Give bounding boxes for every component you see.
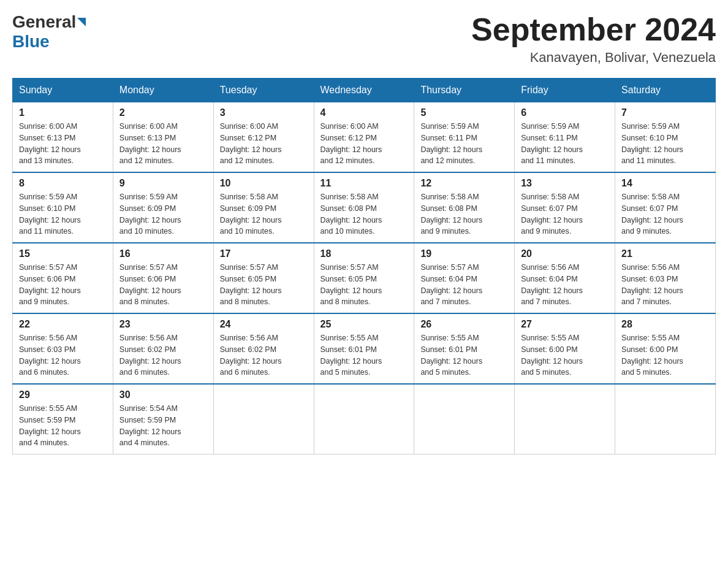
day-number: 2 [119, 107, 207, 118]
calendar-cell: 4 Sunrise: 6:00 AM Sunset: 6:12 PM Dayli… [314, 102, 414, 173]
day-number: 3 [220, 107, 308, 118]
header-thursday: Thursday [414, 79, 515, 102]
calendar-cell: 10 Sunrise: 5:58 AM Sunset: 6:09 PM Dayl… [213, 172, 314, 243]
day-number: 15 [19, 248, 107, 259]
day-info: Sunrise: 5:58 AM Sunset: 6:08 PM Dayligh… [320, 191, 408, 237]
day-number: 11 [320, 178, 408, 189]
calendar-cell: 3 Sunrise: 6:00 AM Sunset: 6:12 PM Dayli… [213, 102, 314, 173]
calendar-cell: 9 Sunrise: 5:59 AM Sunset: 6:09 PM Dayli… [113, 172, 213, 243]
calendar-cell: 21 Sunrise: 5:56 AM Sunset: 6:03 PM Dayl… [615, 243, 716, 313]
calendar-cell: 6 Sunrise: 5:59 AM Sunset: 6:11 PM Dayli… [515, 102, 615, 173]
day-number: 13 [521, 178, 609, 189]
calendar-cell: 18 Sunrise: 5:57 AM Sunset: 6:05 PM Dayl… [314, 243, 414, 313]
day-info: Sunrise: 5:54 AM Sunset: 5:59 PM Dayligh… [119, 403, 207, 449]
calendar-cell: 13 Sunrise: 5:58 AM Sunset: 6:07 PM Dayl… [515, 172, 615, 243]
day-info: Sunrise: 5:56 AM Sunset: 6:02 PM Dayligh… [220, 332, 308, 378]
header-friday: Friday [515, 79, 615, 102]
calendar-cell: 2 Sunrise: 6:00 AM Sunset: 6:13 PM Dayli… [113, 102, 213, 173]
calendar-cell: 22 Sunrise: 5:56 AM Sunset: 6:03 PM Dayl… [13, 313, 113, 384]
day-info: Sunrise: 5:57 AM Sunset: 6:06 PM Dayligh… [19, 262, 107, 308]
day-number: 5 [420, 107, 508, 118]
day-number: 22 [19, 319, 107, 330]
day-info: Sunrise: 5:55 AM Sunset: 5:59 PM Dayligh… [19, 403, 107, 449]
day-number: 17 [220, 248, 308, 259]
day-number: 16 [119, 248, 207, 259]
day-info: Sunrise: 5:58 AM Sunset: 6:09 PM Dayligh… [220, 191, 308, 237]
day-info: Sunrise: 5:56 AM Sunset: 6:03 PM Dayligh… [19, 332, 107, 378]
day-number: 8 [19, 178, 107, 189]
logo-general-text: General [12, 12, 76, 32]
calendar-cell: 16 Sunrise: 5:57 AM Sunset: 6:06 PM Dayl… [113, 243, 213, 313]
day-info: Sunrise: 6:00 AM Sunset: 6:12 PM Dayligh… [320, 121, 408, 167]
day-info: Sunrise: 5:55 AM Sunset: 6:00 PM Dayligh… [521, 332, 609, 378]
calendar-cell: 1 Sunrise: 6:00 AM Sunset: 6:13 PM Dayli… [13, 102, 113, 173]
header-tuesday: Tuesday [213, 79, 314, 102]
calendar-cell: 26 Sunrise: 5:55 AM Sunset: 6:01 PM Dayl… [414, 313, 515, 384]
day-info: Sunrise: 5:59 AM Sunset: 6:11 PM Dayligh… [521, 121, 609, 167]
day-info: Sunrise: 6:00 AM Sunset: 6:13 PM Dayligh… [119, 121, 207, 167]
calendar-cell: 24 Sunrise: 5:56 AM Sunset: 6:02 PM Dayl… [213, 313, 314, 384]
logo-blue-text: Blue [12, 32, 50, 51]
day-number: 25 [320, 319, 408, 330]
calendar-cell [515, 384, 615, 454]
calendar-cell: 15 Sunrise: 5:57 AM Sunset: 6:06 PM Dayl… [13, 243, 113, 313]
day-info: Sunrise: 5:56 AM Sunset: 6:03 PM Dayligh… [621, 262, 709, 308]
day-number: 30 [119, 389, 207, 400]
header-monday: Monday [113, 79, 213, 102]
calendar-week-1: 1 Sunrise: 6:00 AM Sunset: 6:13 PM Dayli… [13, 102, 716, 173]
calendar-table: Sunday Monday Tuesday Wednesday Thursday… [12, 78, 716, 454]
day-number: 9 [119, 178, 207, 189]
calendar-cell: 30 Sunrise: 5:54 AM Sunset: 5:59 PM Dayl… [113, 384, 213, 454]
title-section: September 2024 Kanavayen, Bolivar, Venez… [471, 12, 716, 66]
header-saturday: Saturday [615, 79, 716, 102]
day-info: Sunrise: 5:56 AM Sunset: 6:04 PM Dayligh… [521, 262, 609, 308]
day-info: Sunrise: 5:57 AM Sunset: 6:05 PM Dayligh… [320, 262, 408, 308]
page-header: General Blue September 2024 Kanavayen, B… [12, 12, 716, 66]
day-info: Sunrise: 5:58 AM Sunset: 6:07 PM Dayligh… [521, 191, 609, 237]
calendar-cell: 8 Sunrise: 5:59 AM Sunset: 6:10 PM Dayli… [13, 172, 113, 243]
calendar-cell: 11 Sunrise: 5:58 AM Sunset: 6:08 PM Dayl… [314, 172, 414, 243]
day-info: Sunrise: 5:56 AM Sunset: 6:02 PM Dayligh… [119, 332, 207, 378]
day-info: Sunrise: 5:55 AM Sunset: 6:01 PM Dayligh… [420, 332, 508, 378]
day-number: 4 [320, 107, 408, 118]
day-number: 20 [521, 248, 609, 259]
day-info: Sunrise: 5:57 AM Sunset: 6:05 PM Dayligh… [220, 262, 308, 308]
day-number: 14 [621, 178, 709, 189]
calendar-week-4: 22 Sunrise: 5:56 AM Sunset: 6:03 PM Dayl… [13, 313, 716, 384]
day-info: Sunrise: 5:55 AM Sunset: 6:01 PM Dayligh… [320, 332, 408, 378]
calendar-cell: 19 Sunrise: 5:57 AM Sunset: 6:04 PM Dayl… [414, 243, 515, 313]
calendar-cell: 27 Sunrise: 5:55 AM Sunset: 6:00 PM Dayl… [515, 313, 615, 384]
calendar-cell: 20 Sunrise: 5:56 AM Sunset: 6:04 PM Dayl… [515, 243, 615, 313]
day-number: 10 [220, 178, 308, 189]
day-info: Sunrise: 5:58 AM Sunset: 6:07 PM Dayligh… [621, 191, 709, 237]
day-info: Sunrise: 5:59 AM Sunset: 6:11 PM Dayligh… [420, 121, 508, 167]
calendar-cell: 7 Sunrise: 5:59 AM Sunset: 6:10 PM Dayli… [615, 102, 716, 173]
day-info: Sunrise: 6:00 AM Sunset: 6:12 PM Dayligh… [220, 121, 308, 167]
day-number: 28 [621, 319, 709, 330]
day-number: 7 [621, 107, 709, 118]
calendar-week-2: 8 Sunrise: 5:59 AM Sunset: 6:10 PM Dayli… [13, 172, 716, 243]
day-info: Sunrise: 5:58 AM Sunset: 6:08 PM Dayligh… [420, 191, 508, 237]
calendar-header-row: Sunday Monday Tuesday Wednesday Thursday… [13, 79, 716, 102]
calendar-cell: 17 Sunrise: 5:57 AM Sunset: 6:05 PM Dayl… [213, 243, 314, 313]
day-info: Sunrise: 5:59 AM Sunset: 6:10 PM Dayligh… [19, 191, 107, 237]
calendar-cell: 23 Sunrise: 5:56 AM Sunset: 6:02 PM Dayl… [113, 313, 213, 384]
day-number: 23 [119, 319, 207, 330]
calendar-cell [213, 384, 314, 454]
logo-triangle-icon [77, 18, 86, 26]
logo: General Blue [12, 12, 87, 52]
day-number: 29 [19, 389, 107, 400]
calendar-cell [314, 384, 414, 454]
calendar-cell: 25 Sunrise: 5:55 AM Sunset: 6:01 PM Dayl… [314, 313, 414, 384]
day-number: 24 [220, 319, 308, 330]
day-info: Sunrise: 5:57 AM Sunset: 6:04 PM Dayligh… [420, 262, 508, 308]
day-info: Sunrise: 5:57 AM Sunset: 6:06 PM Dayligh… [119, 262, 207, 308]
day-info: Sunrise: 5:59 AM Sunset: 6:09 PM Dayligh… [119, 191, 207, 237]
day-number: 12 [420, 178, 508, 189]
calendar-cell [414, 384, 515, 454]
calendar-week-5: 29 Sunrise: 5:55 AM Sunset: 5:59 PM Dayl… [13, 384, 716, 454]
header-sunday: Sunday [13, 79, 113, 102]
day-number: 19 [420, 248, 508, 259]
day-number: 18 [320, 248, 408, 259]
day-number: 21 [621, 248, 709, 259]
